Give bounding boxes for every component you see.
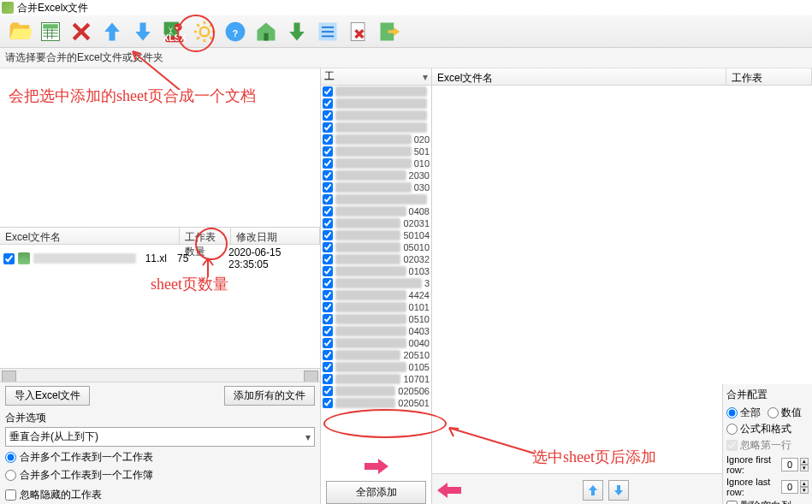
sheet-checkbox[interactable] bbox=[323, 194, 333, 205]
excel-file-icon bbox=[18, 252, 30, 264]
merge-direction-select[interactable]: 垂直合并(从上到下) bbox=[5, 427, 315, 447]
sheet-checkbox[interactable] bbox=[323, 230, 333, 240]
file-row-checkbox[interactable] bbox=[3, 253, 15, 264]
sheet-checkbox[interactable] bbox=[323, 182, 333, 193]
sheet-checkbox[interactable] bbox=[323, 206, 333, 216]
merge-to-book-radio[interactable] bbox=[5, 470, 16, 481]
home-icon[interactable] bbox=[252, 17, 281, 46]
list-lines-icon[interactable] bbox=[313, 17, 342, 46]
sheet-checkbox[interactable] bbox=[323, 266, 333, 276]
sheet-row[interactable]: 2030 bbox=[321, 169, 431, 181]
window-title: 合并Excelx文件 bbox=[17, 1, 88, 15]
sheet-row[interactable] bbox=[321, 98, 431, 110]
sheet-list[interactable]: 0205010102030030040802031501040501002032… bbox=[321, 86, 431, 454]
sheet-row[interactable]: 010 bbox=[321, 157, 431, 169]
sheet-checkbox[interactable] bbox=[323, 314, 333, 324]
sheet-checkbox[interactable] bbox=[323, 146, 333, 157]
sheet-checkbox[interactable] bbox=[323, 326, 333, 336]
blurred-sheet-name bbox=[335, 290, 406, 300]
move-up-button[interactable] bbox=[583, 480, 603, 501]
sheet-row[interactable] bbox=[321, 86, 431, 98]
sheet-checkbox[interactable] bbox=[323, 290, 333, 300]
sheet-checkbox[interactable] bbox=[323, 98, 333, 109]
blurred-sheet-name bbox=[335, 302, 406, 312]
import-down-icon[interactable] bbox=[282, 17, 311, 46]
xlsx-export-icon[interactable]: XLSX bbox=[159, 17, 188, 46]
rm-empty-col-checkbox[interactable] bbox=[726, 501, 738, 504]
sheet-row[interactable]: 020 bbox=[321, 133, 431, 145]
cfg-formula-radio[interactable] bbox=[726, 424, 738, 435]
sheet-row[interactable]: 20510 bbox=[321, 349, 431, 361]
file-row[interactable]: 11.xl 75 2020-06-15 23:35:05 bbox=[0, 245, 320, 272]
sheet-checkbox[interactable] bbox=[323, 242, 333, 252]
sheet-checkbox[interactable] bbox=[323, 86, 333, 97]
ignore-last-spinner[interactable] bbox=[781, 480, 798, 494]
sheet-row[interactable] bbox=[321, 110, 431, 122]
sheet-row[interactable]: 0403 bbox=[321, 325, 431, 337]
sheet-checkbox[interactable] bbox=[323, 374, 333, 384]
sheet-row[interactable]: 020506 bbox=[321, 385, 431, 397]
sheet-row[interactable]: 05010 bbox=[321, 241, 431, 253]
sheet-checkbox[interactable] bbox=[323, 122, 333, 133]
sheet-row[interactable]: 0101 bbox=[321, 301, 431, 313]
dest-header-sheet[interactable]: 工作表 bbox=[726, 68, 812, 85]
sheet-checkbox[interactable] bbox=[323, 134, 333, 145]
move-down-button[interactable] bbox=[608, 480, 629, 501]
settings-icon[interactable] bbox=[190, 17, 219, 46]
sheet-row[interactable]: 02031 bbox=[321, 217, 431, 229]
ignore-first-spinner[interactable] bbox=[781, 458, 798, 471]
sheet-row[interactable]: 020501 bbox=[321, 397, 431, 409]
sheet-checkbox[interactable] bbox=[323, 302, 333, 312]
blurred-sheet-name bbox=[335, 326, 406, 336]
sheet-row[interactable]: 0510 bbox=[321, 313, 431, 325]
sheet-checkbox[interactable] bbox=[323, 398, 333, 408]
sheet-row[interactable]: 02032 bbox=[321, 253, 431, 265]
sheet-row[interactable] bbox=[321, 122, 431, 133]
add-all-sheets-button[interactable]: 全部添加 bbox=[326, 481, 426, 504]
file-header-name[interactable]: Excel文件名 bbox=[0, 228, 180, 244]
sheet-checkbox[interactable] bbox=[323, 386, 333, 396]
sheet-checkbox[interactable] bbox=[323, 254, 333, 264]
file-pane[interactable]: Excel文件名 工作表数量 修改日期 11.xl 75 2020-06-15 … bbox=[0, 228, 320, 382]
sheet-checkbox[interactable] bbox=[323, 338, 333, 348]
sheet-row[interactable]: 0408 bbox=[321, 205, 431, 217]
dest-header-name[interactable]: Excel文件名 bbox=[432, 68, 726, 85]
sheet-row[interactable]: 10701 bbox=[321, 373, 431, 385]
cfg-values-radio[interactable] bbox=[768, 407, 779, 418]
arrow-down-icon[interactable] bbox=[128, 17, 157, 46]
folder-pane[interactable] bbox=[0, 68, 320, 228]
excel-doc-icon[interactable] bbox=[36, 17, 65, 46]
sheet-checkbox[interactable] bbox=[323, 158, 333, 169]
sheet-row[interactable]: 0040 bbox=[321, 337, 431, 349]
sheet-checkbox[interactable] bbox=[323, 170, 333, 181]
sheet-row[interactable]: 501 bbox=[321, 145, 431, 157]
sheet-checkbox[interactable] bbox=[323, 362, 333, 372]
file-header-count[interactable]: 工作表数量 bbox=[180, 228, 231, 244]
sheet-row[interactable]: 3 bbox=[321, 277, 431, 289]
help-icon[interactable]: ? bbox=[221, 17, 250, 46]
sheet-row[interactable]: 030 bbox=[321, 181, 431, 193]
sheet-row[interactable]: 0105 bbox=[321, 361, 431, 373]
h-scrollbar[interactable] bbox=[0, 368, 320, 382]
sheet-checkbox[interactable] bbox=[323, 218, 333, 228]
sheet-row[interactable]: 0103 bbox=[321, 265, 431, 277]
sheet-row[interactable] bbox=[321, 193, 431, 205]
sheet-list-header[interactable]: 工 bbox=[321, 68, 431, 86]
folder-open-icon[interactable] bbox=[5, 17, 34, 46]
exit-icon[interactable] bbox=[375, 17, 404, 46]
import-excel-button[interactable]: 导入Excel文件 bbox=[5, 386, 90, 406]
sheet-row[interactable]: 50104 bbox=[321, 229, 431, 241]
merge-to-sheet-radio[interactable] bbox=[5, 452, 16, 463]
sheet-row[interactable]: 4424 bbox=[321, 289, 431, 301]
sheet-checkbox[interactable] bbox=[323, 350, 333, 360]
doc-remove-icon[interactable] bbox=[344, 17, 373, 46]
file-header-date[interactable]: 修改日期 bbox=[231, 228, 320, 244]
add-all-files-button[interactable]: 添加所有的文件 bbox=[224, 386, 315, 406]
sheet-checkbox[interactable] bbox=[323, 110, 333, 121]
cfg-all-radio[interactable] bbox=[726, 407, 738, 418]
ignore-hidden-checkbox[interactable] bbox=[5, 489, 16, 501]
arrow-up-icon[interactable] bbox=[98, 17, 127, 46]
sheet-checkbox[interactable] bbox=[323, 278, 333, 288]
remove-icon[interactable] bbox=[67, 17, 96, 46]
blurred-sheet-name bbox=[335, 86, 427, 97]
